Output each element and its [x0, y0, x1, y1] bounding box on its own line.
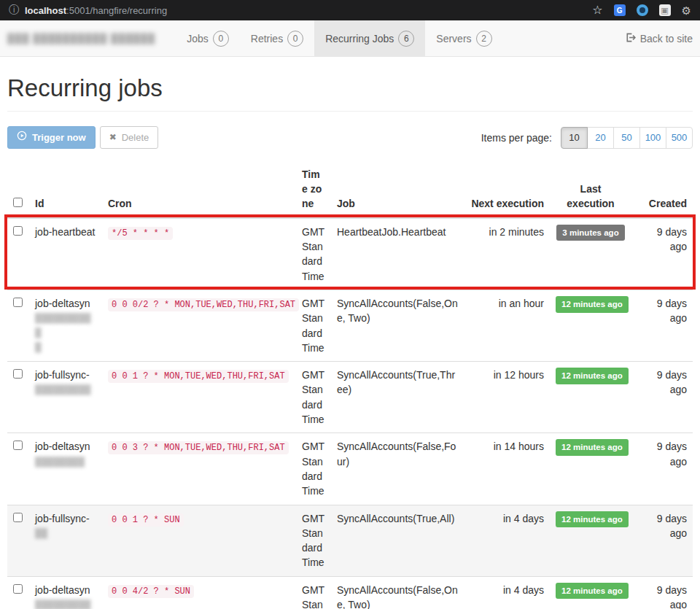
- delete-label: Delete: [122, 131, 149, 144]
- header-id: Id: [29, 162, 102, 218]
- last-execution-badge[interactable]: 12 minutes ago: [556, 296, 629, 313]
- last-execution-badge[interactable]: 12 minutes ago: [556, 368, 629, 384]
- navbar: ███ ██████████ ██████ Jobs 0 Retries 0 R…: [0, 20, 700, 57]
- row-checkbox[interactable]: [13, 298, 23, 307]
- timezone: GMT Standard Time: [302, 584, 324, 609]
- cron-expression: 0 0 1 ? * SUN: [108, 513, 184, 527]
- page-size-10[interactable]: 10: [561, 127, 588, 149]
- header-job: Job: [331, 162, 464, 218]
- page-size-500[interactable]: 500: [666, 127, 693, 149]
- row-checkbox[interactable]: [13, 441, 23, 450]
- trigger-now-label: Trigger now: [32, 131, 86, 144]
- items-per-page-label: Items per page:: [481, 132, 552, 144]
- row-checkbox[interactable]: [13, 513, 23, 522]
- timezone: GMT Standard Time: [302, 513, 324, 569]
- nav-tab-label: Servers: [436, 33, 471, 44]
- table-row: job-deltasyn ████████ 0 0 3 ? * MON,TUE,…: [7, 433, 693, 505]
- cron-expression: 0 0 3 ? * MON,TUE,WED,THU,FRI,SAT: [108, 441, 289, 454]
- nav-tab-jobs[interactable]: Jobs 0: [176, 20, 240, 56]
- job-name: SyncAllAccounts(False,One, Two): [337, 298, 458, 324]
- toolbar: Trigger now ✖ Delete Items per page: 102…: [7, 126, 693, 149]
- brand-redacted-text: ███ ██████████ ██████: [7, 33, 155, 44]
- brand-logo[interactable]: ███ ██████████ ██████: [7, 20, 155, 56]
- browser-url-bar[interactable]: ⓘ localhost:5001/hangfire/recurring ☆ G …: [0, 0, 700, 20]
- page-size-100[interactable]: 100: [639, 127, 666, 149]
- timezone: GMT Standard Time: [302, 298, 324, 354]
- nav-tab-count-badge: 2: [476, 31, 492, 47]
- page-size-selector: 102050100500: [561, 127, 693, 149]
- nav-tab-label: Recurring Jobs: [325, 33, 394, 44]
- job-name: SyncAllAccounts(True,Three): [337, 369, 455, 395]
- next-execution: in 2 minutes: [489, 226, 544, 238]
- last-execution-badge[interactable]: 3 minutes ago: [556, 225, 624, 241]
- job-name: HeartbeatJob.Heartbeat: [337, 226, 446, 238]
- last-execution-badge[interactable]: 12 minutes ago: [556, 439, 629, 456]
- recurring-jobs-table: Id Cron Time zone Job Next execution Las…: [7, 162, 693, 609]
- recurring-jobs-table-wrap: Id Cron Time zone Job Next execution Las…: [7, 162, 693, 609]
- cube-extension-icon[interactable]: ▣: [659, 4, 671, 16]
- header-last-execution: Last execution: [550, 162, 631, 218]
- bookmark-star-icon[interactable]: ☆: [592, 4, 602, 16]
- nav-tab-recurring-jobs[interactable]: Recurring Jobs 6: [314, 20, 425, 56]
- job-id-redacted: ████████: [35, 454, 96, 469]
- job-name: SyncAllAccounts(True,All): [337, 513, 454, 524]
- logout-icon: [625, 32, 636, 45]
- job-id: job-deltasyn: [35, 298, 90, 309]
- next-execution: in 4 days: [503, 584, 544, 596]
- job-id-redacted: ██: [35, 526, 96, 540]
- nav-tab-retries[interactable]: Retries 0: [240, 20, 314, 56]
- table-row: job-deltasyn ██████████████████ 0 0 4/2 …: [7, 576, 693, 609]
- nav-tab-count-badge: 0: [287, 31, 303, 47]
- nav-items: Jobs 0 Retries 0 Recurring Jobs 6 Server…: [176, 20, 502, 56]
- play-circle-icon: [17, 131, 27, 144]
- header-created: Created: [631, 162, 693, 218]
- job-id: job-fullsync-: [35, 369, 90, 381]
- job-id: job-heartbeat: [35, 226, 96, 238]
- url-host: localhost: [25, 5, 66, 16]
- row-checkbox[interactable]: [13, 584, 23, 594]
- header-next-execution: Next execution: [464, 162, 550, 218]
- nav-tab-servers[interactable]: Servers 2: [425, 20, 502, 56]
- page-size-50[interactable]: 50: [613, 127, 640, 149]
- job-id: job-deltasyn: [35, 584, 90, 596]
- nav-tab-label: Retries: [251, 33, 283, 44]
- last-execution-badge[interactable]: 12 minutes ago: [556, 583, 629, 600]
- job-id: job-fullsync-: [35, 513, 90, 524]
- select-all-checkbox[interactable]: [13, 198, 23, 207]
- job-id-redacted: ███████████: [35, 311, 96, 354]
- timezone: GMT Standard Time: [302, 441, 324, 497]
- info-icon[interactable]: ⓘ: [9, 4, 19, 17]
- x-icon: ✖: [109, 131, 117, 144]
- nav-tab-count-badge: 0: [213, 31, 229, 47]
- browser-extension-ring-icon[interactable]: [637, 4, 648, 16]
- address-bar[interactable]: ⓘ localhost:5001/hangfire/recurring: [9, 4, 167, 17]
- created-time: 9 days ago: [657, 298, 687, 324]
- gear-icon[interactable]: ⚙: [682, 5, 691, 16]
- url-path: :5001/hangfire/recurring: [66, 5, 167, 16]
- job-id-redacted: ██████████████████: [35, 597, 96, 609]
- table-row: job-fullsync- █████████ 0 0 1 ? * MON,TU…: [7, 362, 693, 433]
- row-checkbox[interactable]: [13, 226, 23, 236]
- table-header-row: Id Cron Time zone Job Next execution Las…: [7, 162, 693, 218]
- cron-expression: */5 * * * *: [108, 227, 173, 240]
- table-row: job-heartbeat */5 * * * * GMT Standard T…: [7, 218, 693, 290]
- nav-tab-label: Jobs: [187, 33, 209, 44]
- created-time: 9 days ago: [657, 513, 687, 539]
- header-timezone: Time zone: [296, 162, 331, 218]
- back-to-site-link[interactable]: Back to site: [625, 20, 693, 56]
- cron-expression: 0 0 0/2 ? * MON,TUE,WED,THU,FRI,SAT: [108, 298, 299, 311]
- created-time: 9 days ago: [657, 369, 687, 395]
- translate-extension-icon[interactable]: G: [614, 4, 626, 16]
- last-execution-badge[interactable]: 12 minutes ago: [556, 511, 629, 528]
- created-time: 9 days ago: [657, 441, 687, 467]
- cron-expression: 0 0 1 ? * MON,TUE,WED,THU,FRI,SAT: [108, 370, 289, 383]
- next-execution: in an hour: [499, 298, 544, 309]
- cron-expression: 0 0 4/2 ? * SUN: [108, 585, 194, 598]
- table-body: job-heartbeat */5 * * * * GMT Standard T…: [7, 218, 693, 609]
- trigger-now-button[interactable]: Trigger now: [7, 126, 96, 149]
- page-size-20[interactable]: 20: [587, 127, 614, 149]
- delete-button[interactable]: ✖ Delete: [100, 126, 159, 149]
- table-row: job-fullsync- ██ 0 0 1 ? * SUN GMT Stand…: [7, 505, 693, 576]
- row-checkbox[interactable]: [13, 369, 23, 379]
- job-name: SyncAllAccounts(False,Four): [337, 441, 456, 467]
